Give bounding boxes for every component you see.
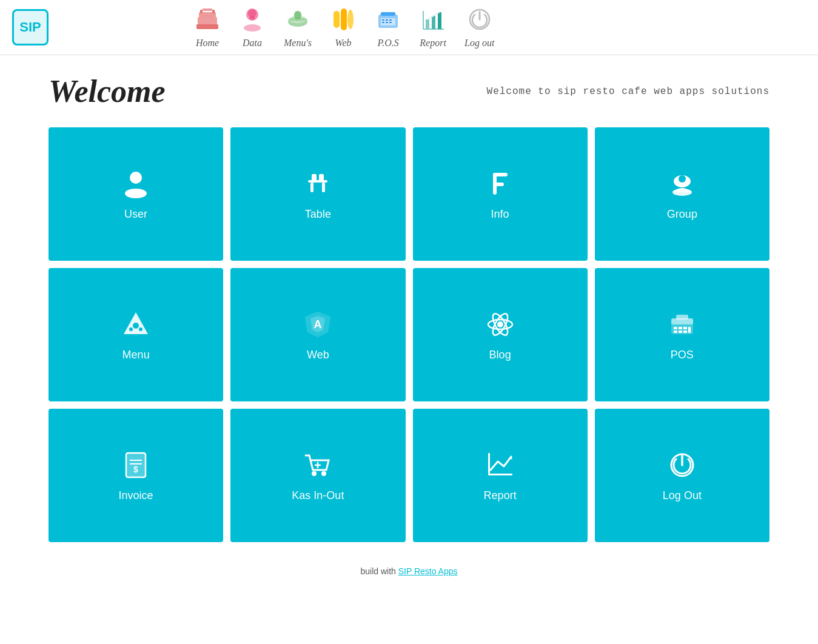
svg-rect-29 xyxy=(432,16,435,29)
card-logout[interactable]: Log Out xyxy=(595,409,769,542)
dashboard-grid: User Table Info Group xyxy=(0,121,818,554)
nav-item-logout[interactable]: Log out xyxy=(464,6,494,49)
svg-point-9 xyxy=(244,24,261,32)
svg-rect-15 xyxy=(341,8,347,30)
nav-item-home[interactable]: Home xyxy=(194,6,221,49)
svg-rect-60 xyxy=(674,330,677,333)
nav-label-web: Web xyxy=(335,38,352,49)
card-label-info: Info xyxy=(491,208,509,221)
logout-nav-icon xyxy=(466,6,493,36)
card-kas[interactable]: Kas In-Out xyxy=(230,409,405,542)
menus-icon xyxy=(284,6,311,36)
svg-rect-3 xyxy=(200,10,203,13)
svg-rect-35 xyxy=(310,183,313,192)
data-icon xyxy=(239,6,266,36)
svg-rect-24 xyxy=(386,22,388,23)
svg-rect-25 xyxy=(389,22,392,23)
card-blog[interactable]: Blog xyxy=(413,268,588,401)
svg-rect-36 xyxy=(322,183,325,192)
svg-rect-34 xyxy=(308,180,327,183)
nav-label-logout: Log out xyxy=(464,38,494,49)
svg-rect-1 xyxy=(198,17,217,25)
svg-point-47 xyxy=(139,327,142,331)
nav-item-web[interactable]: Web xyxy=(330,6,357,49)
svg-point-33 xyxy=(125,189,147,198)
welcome-subtitle: Welcome to sip resto cafe web apps solut… xyxy=(487,86,769,97)
welcome-title: Welcome xyxy=(49,73,166,109)
svg-point-32 xyxy=(130,172,142,184)
svg-point-71 xyxy=(321,471,326,476)
pos-icon xyxy=(666,309,698,340)
svg-rect-59 xyxy=(683,327,687,329)
nav-item-menus[interactable]: Menu's xyxy=(284,6,312,49)
welcome-section: Welcome Welcome to sip resto cafe web ap… xyxy=(0,55,818,121)
svg-rect-20 xyxy=(382,19,384,21)
group-icon xyxy=(666,168,698,200)
card-invoice[interactable]: $ Invoice xyxy=(49,409,223,542)
logout-icon xyxy=(666,449,698,481)
svg-point-8 xyxy=(249,16,255,20)
nav-item-data[interactable]: Data xyxy=(239,6,266,49)
svg-rect-41 xyxy=(493,183,504,186)
svg-rect-5 xyxy=(203,8,212,11)
svg-rect-63 xyxy=(688,327,691,333)
card-label-group: Group xyxy=(667,208,697,221)
svg-point-45 xyxy=(133,323,139,329)
main-nav: Home Data xyxy=(194,6,494,49)
card-label-report: Report xyxy=(484,489,517,502)
svg-rect-57 xyxy=(674,327,677,329)
card-user[interactable]: User xyxy=(49,127,223,261)
blog-icon xyxy=(484,309,516,340)
card-label-kas: Kas In-Out xyxy=(292,489,344,502)
card-info[interactable]: Info xyxy=(413,127,588,261)
logo-area: SIP xyxy=(12,9,49,45)
svg-rect-21 xyxy=(386,19,388,21)
footer-link[interactable]: SIP Resto Apps xyxy=(398,566,458,576)
user-icon xyxy=(120,168,152,200)
report-nav-icon xyxy=(420,6,446,36)
card-table[interactable]: Table xyxy=(230,127,405,261)
svg-rect-18 xyxy=(381,12,395,16)
svg-point-43 xyxy=(679,175,686,183)
report-icon xyxy=(484,449,516,481)
card-menu[interactable]: Menu xyxy=(49,268,223,401)
web-icon: A xyxy=(302,309,334,340)
svg-point-16 xyxy=(347,10,354,29)
card-label-table: Table xyxy=(305,208,331,221)
svg-point-44 xyxy=(672,189,692,196)
logo: SIP xyxy=(12,9,49,45)
card-pos[interactable]: POS xyxy=(595,268,769,401)
svg-rect-40 xyxy=(493,173,508,176)
kas-icon xyxy=(302,449,334,481)
svg-rect-64 xyxy=(676,315,688,320)
pos-nav-icon xyxy=(375,6,401,36)
card-group[interactable]: Group xyxy=(595,127,769,261)
card-label-invoice: Invoice xyxy=(119,489,153,502)
svg-rect-37 xyxy=(312,174,317,181)
svg-rect-74 xyxy=(488,474,512,475)
svg-rect-38 xyxy=(319,174,324,181)
nav-label-report: Report xyxy=(420,38,446,49)
svg-rect-14 xyxy=(334,11,340,28)
nav-label-pos: P.O.S xyxy=(377,38,398,49)
svg-point-70 xyxy=(312,471,317,476)
nav-item-pos[interactable]: P.O.S xyxy=(375,6,401,49)
svg-rect-22 xyxy=(389,19,392,21)
home-icon xyxy=(194,6,221,36)
web-nav-icon xyxy=(330,6,357,36)
menu-icon xyxy=(120,309,152,340)
card-label-user: User xyxy=(124,208,147,221)
card-label-pos: POS xyxy=(671,349,694,361)
nav-item-report[interactable]: Report xyxy=(420,6,446,49)
footer: build with SIP Resto Apps xyxy=(0,554,818,588)
card-web[interactable]: A Web xyxy=(230,268,405,401)
footer-text: build with xyxy=(360,566,398,576)
nav-label-menus: Menu's xyxy=(284,38,312,49)
svg-rect-28 xyxy=(426,19,429,29)
svg-rect-4 xyxy=(212,10,215,13)
table-icon xyxy=(302,168,334,200)
card-report[interactable]: Report xyxy=(413,409,588,542)
svg-rect-62 xyxy=(683,330,687,333)
svg-point-51 xyxy=(497,321,503,327)
svg-point-13 xyxy=(288,18,307,21)
